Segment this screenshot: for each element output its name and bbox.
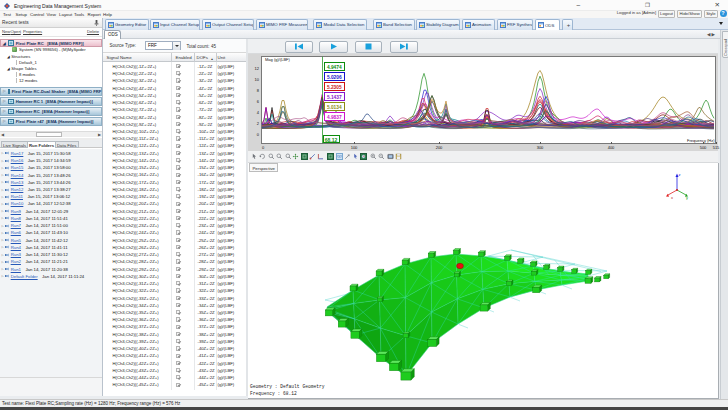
svg-text:x: x — [671, 195, 673, 200]
svg-text:y: y — [686, 195, 688, 200]
svg-text:z: z — [679, 172, 681, 177]
